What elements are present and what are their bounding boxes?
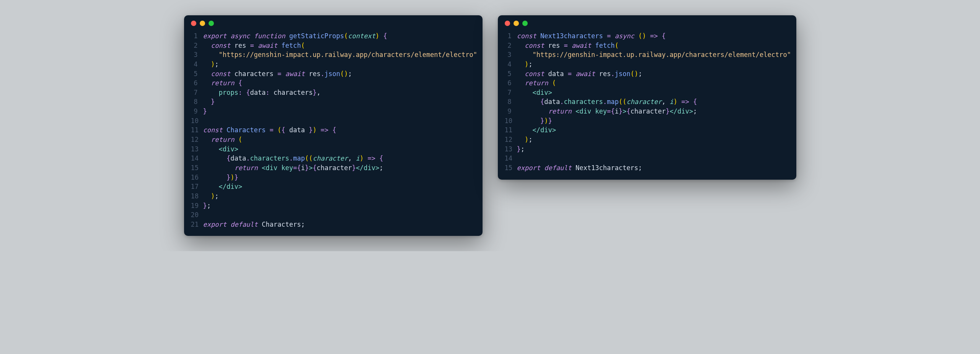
line-number: 14 (191, 154, 203, 163)
line-content: ); (203, 192, 476, 201)
code-line: 18 ); (184, 192, 483, 201)
line-content: }; (517, 145, 789, 154)
line-number: 19 (191, 201, 203, 211)
line-number: 2 (191, 41, 203, 50)
code-line: 7 <div> (498, 88, 796, 97)
line-content: props: {data: characters}, (203, 88, 476, 97)
close-icon (505, 21, 510, 26)
line-number: 8 (505, 97, 517, 107)
line-number: 20 (191, 210, 203, 220)
line-number: 1 (505, 31, 517, 41)
code-line: 3 "https://genshin-impact.up.railway.app… (184, 50, 483, 60)
code-line: 15 return <div key={i}>{character}</div>… (184, 163, 483, 173)
line-content: const data = await res.json(); (517, 69, 789, 79)
code-line: 19}; (184, 201, 483, 211)
line-number: 14 (505, 154, 517, 163)
line-number: 4 (191, 60, 203, 69)
code-line: 15export default Next13characters; (498, 163, 796, 173)
line-number: 4 (505, 60, 517, 69)
close-icon (191, 21, 196, 26)
line-content: ); (517, 135, 789, 145)
line-content: const res = await fetch( (203, 41, 476, 50)
code-line: 14 (498, 154, 796, 163)
line-content: export default Next13characters; (517, 163, 789, 173)
line-number: 5 (191, 69, 203, 79)
code-line: 10 })} (498, 116, 796, 126)
line-content: {data.characters.map((character, i) => { (203, 154, 476, 163)
line-number: 15 (191, 163, 203, 173)
code-line: 8 } (184, 97, 483, 107)
code-line: 3 "https://genshin-impact.up.railway.app… (498, 50, 796, 60)
code-line: 13 <div> (184, 145, 483, 154)
line-content: } (203, 97, 476, 107)
line-content: return { (203, 78, 476, 88)
code-line: 5 const characters = await res.json(); (184, 69, 483, 79)
line-number: 6 (191, 78, 203, 88)
code-line: 11const Characters = ({ data }) => { (184, 125, 483, 135)
code-line: 11 </div> (498, 125, 796, 135)
line-content (517, 154, 789, 163)
line-number: 9 (505, 107, 517, 116)
window-titlebar (498, 15, 796, 28)
line-content: return ( (203, 135, 476, 145)
line-content: return ( (517, 78, 789, 88)
line-number: 16 (191, 173, 203, 182)
code-line: 12 ); (498, 135, 796, 145)
line-content: </div> (517, 125, 789, 135)
code-line: 5 const data = await res.json(); (498, 69, 796, 79)
code-line: 7 props: {data: characters}, (184, 88, 483, 97)
code-line: 1const Next13characters = async () => { (498, 31, 796, 41)
minimize-icon (200, 21, 205, 26)
line-content: export default Characters; (203, 220, 476, 229)
code-line: 9 return <div key={i}>{character}</div>; (498, 107, 796, 116)
code-line: 2 const res = await fetch( (184, 41, 483, 50)
line-number: 21 (191, 220, 203, 229)
line-content: {data.characters.map((character, i) => { (517, 97, 789, 107)
line-content: }; (203, 201, 476, 211)
code-line: 8 {data.characters.map((character, i) =>… (498, 97, 796, 107)
line-content: })} (517, 116, 789, 126)
code-line: 16 })} (184, 173, 483, 182)
line-content: } (203, 107, 476, 116)
code-line: 20 (184, 210, 483, 220)
line-number: 2 (505, 41, 517, 50)
line-number: 13 (191, 145, 203, 154)
line-content: const Characters = ({ data }) => { (203, 125, 476, 135)
line-content: <div> (203, 145, 476, 154)
code-line: 6 return { (184, 78, 483, 88)
line-number: 3 (191, 50, 203, 60)
code-line: 4 ); (184, 60, 483, 69)
line-number: 10 (505, 116, 517, 126)
line-number: 12 (505, 135, 517, 145)
code-line: 4 ); (498, 60, 796, 69)
line-content: return <div key={i}>{character}</div>; (517, 107, 789, 116)
line-content: export async function getStaticProps(con… (203, 31, 476, 41)
minimize-icon (514, 21, 519, 26)
code-line: 14 {data.characters.map((character, i) =… (184, 154, 483, 163)
line-number: 7 (191, 88, 203, 97)
line-content: "https://genshin-impact.up.railway.app/c… (517, 50, 791, 60)
window-titlebar (184, 15, 483, 28)
line-content: </div> (203, 182, 476, 192)
code-line: 12 return ( (184, 135, 483, 145)
code-block-left: 1export async function getStaticProps(co… (184, 28, 483, 236)
line-number: 3 (505, 50, 517, 60)
line-content: <div> (517, 88, 789, 97)
line-content: const Next13characters = async () => { (517, 31, 789, 41)
line-number: 18 (191, 192, 203, 201)
line-number: 15 (505, 163, 517, 173)
code-line: 6 return ( (498, 78, 796, 88)
line-number: 9 (191, 107, 203, 116)
line-number: 1 (191, 31, 203, 41)
line-content: })} (203, 173, 476, 182)
code-line: 13}; (498, 145, 796, 154)
line-number: 8 (191, 97, 203, 107)
line-content: ); (203, 60, 476, 69)
line-content: "https://genshin-impact.up.railway.app/c… (203, 50, 477, 60)
maximize-icon (522, 21, 528, 26)
line-number: 10 (191, 116, 203, 126)
line-number: 17 (191, 182, 203, 192)
code-line: 2 const res = await fetch( (498, 41, 796, 50)
code-snippet-left: 1export async function getStaticProps(co… (184, 15, 483, 236)
line-number: 11 (191, 125, 203, 135)
